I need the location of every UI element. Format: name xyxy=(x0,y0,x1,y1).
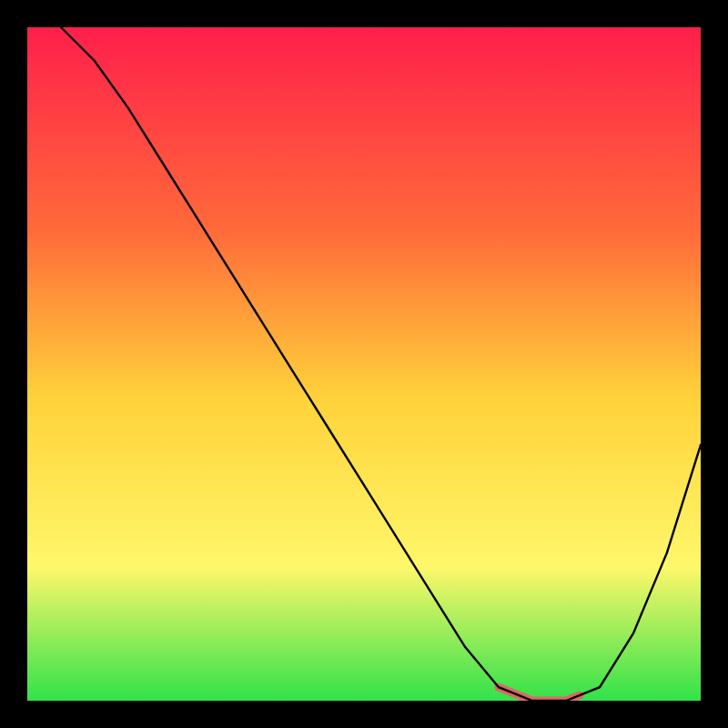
frame-left xyxy=(0,0,27,728)
gradient-background xyxy=(27,27,701,701)
frame-right xyxy=(701,0,728,728)
bottleneck-chart xyxy=(0,0,728,728)
frame-bottom xyxy=(0,701,728,728)
chart-frame: { "watermark": "TheBottleneck.com", "col… xyxy=(0,0,728,728)
frame-top xyxy=(0,0,728,27)
